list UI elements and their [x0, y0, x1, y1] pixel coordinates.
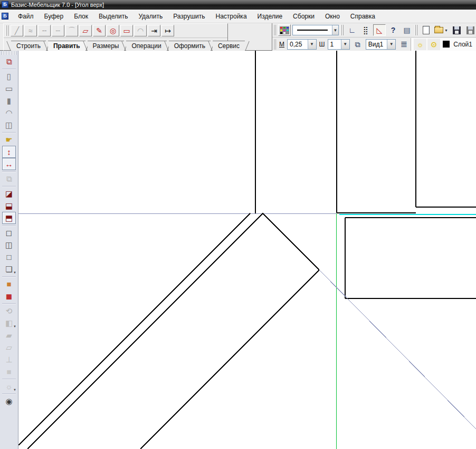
tab-править[interactable]: Править: [48, 41, 85, 51]
copy-contour-icon[interactable]: ▭: [120, 25, 133, 36]
render-solid-icon[interactable]: ■: [2, 278, 16, 290]
toolbar-grip[interactable]: [341, 25, 344, 35]
toolbar-grip[interactable]: [415, 25, 417, 35]
save-button[interactable]: [450, 24, 463, 36]
view-named-icon[interactable]: ❏▼: [2, 263, 16, 275]
layer-panel: ☼ ⊙ Слой1: [411, 38, 476, 51]
view-top-icon[interactable]: ⬒: [2, 212, 16, 224]
coordinate-axes-button[interactable]: ∟: [346, 24, 358, 36]
view-left-icon[interactable]: ◪: [2, 188, 16, 200]
new-document-icon: [423, 26, 430, 34]
properties-button[interactable]: ▤: [401, 24, 413, 36]
arch-tool-icon: ◠: [134, 25, 147, 36]
tab-операции[interactable]: Операции: [126, 41, 166, 51]
color-palette-grid: [280, 26, 289, 34]
sidebar-separator: [2, 69, 16, 69]
snap-button[interactable]: ◺: [373, 24, 386, 36]
axes-3d-icon: ⊥: [2, 353, 16, 366]
layer-lock-bulb-icon[interactable]: ⊙: [427, 39, 440, 50]
menu-item-10[interactable]: Справка: [345, 11, 380, 22]
menu-item-6[interactable]: Настройка: [210, 11, 252, 22]
sidebar-separator: [2, 225, 16, 226]
scale-value: 0,25: [288, 41, 308, 48]
menu-item-5[interactable]: Разрушить: [168, 11, 210, 22]
copy-views-button[interactable]: ⧉: [351, 39, 364, 50]
menu-item-2[interactable]: Блок: [69, 11, 93, 22]
open-folder-icon: [434, 27, 443, 33]
camera-icon[interactable]: ◉: [2, 395, 16, 407]
view-value: Вид1: [366, 41, 387, 48]
rotate-contour-icon[interactable]: ◎: [107, 25, 119, 36]
construction-line-diagonal: [319, 270, 476, 429]
dimension-limit-icon[interactable]: ⇥: [148, 25, 160, 36]
stretch-vertical-icon[interactable]: ↕: [2, 146, 16, 158]
chevron-down-icon[interactable]: ▼: [13, 325, 16, 328]
menu-item-1[interactable]: Буфер: [39, 11, 69, 22]
tab-оформить[interactable]: Оформить: [169, 41, 211, 51]
move-contour-icon[interactable]: ▱: [79, 25, 92, 36]
stretch-horizontal-icon[interactable]: ↔: [2, 158, 16, 170]
grid-button[interactable]: ⣿: [359, 24, 372, 36]
sidebar-separator: [2, 186, 16, 186]
layer-color-swatch[interactable]: [443, 41, 450, 48]
menu-item-0[interactable]: Файл: [13, 11, 39, 22]
menubar-items: ФайлБуферБлокВыделитьУдалитьРазрушитьНас…: [13, 11, 380, 22]
horizontal-panel-icon[interactable]: ▭: [2, 82, 16, 95]
settings-toolbar: ▼ ∟ ⣿ ◺ ? ▤ ▼ М 0,25 ▼ Ш 1: [272, 23, 476, 51]
tool-sidebar: ⧉▯▭▮◠◫☛↕↔⧉◪⬓⬒◻◫□❏▼■◼⟲◧▼▰▱⊥■☼▼◉: [0, 51, 18, 449]
chevron-down-icon[interactable]: ▼: [444, 29, 448, 32]
menu-item-8[interactable]: Сборки: [288, 11, 320, 22]
chevron-down-icon[interactable]: ▼: [387, 40, 395, 49]
open-document-button[interactable]: ▼: [433, 24, 449, 36]
menu-item-4[interactable]: Удалить: [133, 11, 168, 22]
tab-строить[interactable]: Строить: [11, 41, 46, 51]
scale-select[interactable]: 0,25 ▼: [287, 39, 317, 50]
tab-сервис[interactable]: Сервис: [213, 41, 245, 51]
color-palette-button[interactable]: [278, 24, 291, 36]
edit-panel-hand-icon[interactable]: ☛: [2, 134, 16, 146]
toolbar-grip[interactable]: [273, 25, 276, 35]
menu-item-3[interactable]: Выделить: [93, 11, 133, 22]
chevron-down-icon[interactable]: ▼: [341, 40, 349, 49]
dimension-chain-icon[interactable]: ↦: [161, 25, 174, 36]
edit-contour-icon[interactable]: ✎: [93, 25, 106, 36]
chevron-down-icon[interactable]: ▼: [308, 40, 316, 49]
draw-toolbar-buttons: ╱≈╌┄⌒▱✎◎▭◠⇥↦: [10, 25, 175, 36]
view-isometry-icon[interactable]: ◻: [2, 227, 16, 239]
layer-visibility-bulb-icon[interactable]: ☼: [414, 39, 426, 50]
toolbar-grip[interactable]: [273, 39, 276, 50]
view-front-icon[interactable]: ⬓: [2, 200, 16, 212]
menu-bar: Б ФайлБуферБлокВыделитьУдалитьРазрушитьН…: [0, 10, 476, 23]
menu-item-9[interactable]: Окно: [320, 11, 345, 22]
render-color-icon[interactable]: ◼: [2, 290, 16, 302]
scale-label: М: [279, 41, 284, 48]
tab-размеры[interactable]: Размеры: [88, 41, 125, 51]
vertical-panel-icon[interactable]: ▯: [2, 70, 16, 82]
save-icon: [453, 26, 461, 34]
curve-tool-icon: ≈: [24, 25, 37, 36]
panel-contour-icon[interactable]: ◫: [2, 119, 16, 131]
panel-colors-icon[interactable]: ⧉: [2, 55, 16, 68]
chevron-down-icon[interactable]: ▼: [332, 25, 338, 35]
drawing-svg[interactable]: [18, 51, 476, 449]
menu-item-7[interactable]: Изделие: [252, 11, 288, 22]
drawing-canvas[interactable]: [18, 51, 476, 449]
line-style-sample: [297, 30, 328, 31]
view-free-icon[interactable]: □: [2, 251, 16, 263]
toolbar-grip[interactable]: [6, 25, 8, 36]
view-detail-icon[interactable]: ◫: [2, 239, 16, 251]
print-button[interactable]: [464, 24, 476, 36]
help-button[interactable]: ?: [387, 24, 399, 36]
new-document-button[interactable]: [420, 24, 432, 36]
layers-button[interactable]: ≣: [397, 39, 410, 50]
view-select[interactable]: Вид1 ▼: [366, 39, 396, 50]
chevron-down-icon[interactable]: ▼: [13, 271, 16, 274]
width-label: Ш: [319, 41, 325, 48]
line-style-select[interactable]: ▼: [292, 25, 339, 35]
toolbar-area: ╱≈╌┄⌒▱✎◎▭◠⇥↦ СтроитьПравитьРазмерыОперац…: [0, 23, 476, 51]
line-width-select[interactable]: 1 ▼: [328, 39, 350, 50]
bent-panel-icon[interactable]: ◠: [2, 107, 16, 119]
sidebar-drag-handle[interactable]: [2, 51, 16, 55]
chevron-down-icon[interactable]: ▼: [13, 388, 16, 391]
frontal-panel-icon[interactable]: ▮: [2, 95, 16, 107]
